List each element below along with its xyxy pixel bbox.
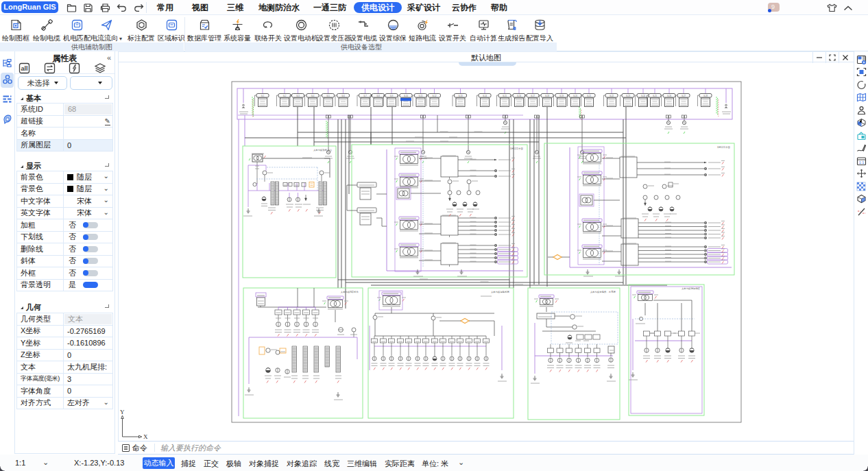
svg-text:太西九煤变电所、水泵房: 太西九煤变电所、水泵房 <box>590 291 616 293</box>
svg-text:G-14: G-14 <box>483 95 487 97</box>
svg-text:G-6: G-6 <box>341 95 345 97</box>
svg-text:G-8: G-8 <box>376 95 380 97</box>
svg-text:G-10: G-10 <box>404 95 409 97</box>
svg-text:G-18: G-18 <box>545 95 550 97</box>
svg-text:G-23: G-23 <box>626 95 631 97</box>
svg-text:G-5: G-5 <box>326 95 330 97</box>
svg-text:G-11: G-11 <box>418 95 422 97</box>
svg-text:太西九煤辅运绕道: 太西九煤辅运绕道 <box>682 287 701 290</box>
svg-text:G-27: G-27 <box>682 95 686 97</box>
svg-text:DH12工作面: DH12工作面 <box>510 147 523 150</box>
svg-text:G-26: G-26 <box>667 95 672 97</box>
svg-text:G-2: G-2 <box>283 95 287 97</box>
svg-text:G-17: G-17 <box>531 95 535 97</box>
svg-text:G-25: G-25 <box>653 95 658 97</box>
svg-text:G-12: G-12 <box>432 95 437 97</box>
svg-text:X: X <box>143 433 148 440</box>
svg-text:G-13: G-13 <box>458 95 463 97</box>
svg-text:G-15: G-15 <box>503 95 507 97</box>
svg-text:G-16: G-16 <box>517 95 522 97</box>
svg-text:G-20: G-20 <box>573 95 578 97</box>
svg-text:G-24: G-24 <box>641 95 646 97</box>
svg-text:1:1: 1:1 <box>858 160 864 165</box>
svg-text:G-21: G-21 <box>587 95 592 97</box>
svg-text:G-28: G-28 <box>703 95 708 97</box>
svg-text:太西九煤轨斜上山: 太西九煤轨斜上山 <box>313 149 332 152</box>
svg-text:DH12工作面: DH12工作面 <box>717 146 730 149</box>
svg-text:G-7: G-7 <box>363 95 367 97</box>
svg-text:all: all <box>21 65 27 72</box>
svg-text:太西九煤N带机头: 太西九煤N带机头 <box>341 291 359 293</box>
svg-text:G-9: G-9 <box>390 95 394 97</box>
svg-text:G-4: G-4 <box>311 95 315 97</box>
svg-text:G-1: G-1 <box>261 95 265 97</box>
svg-text:G-19: G-19 <box>559 95 564 97</box>
svg-text:G-3: G-3 <box>296 95 300 97</box>
svg-text:太西九煤运输机尾: 太西九煤运输机尾 <box>491 291 510 293</box>
svg-text:Y: Y <box>120 409 125 415</box>
svg-text:G-22: G-22 <box>610 95 614 97</box>
